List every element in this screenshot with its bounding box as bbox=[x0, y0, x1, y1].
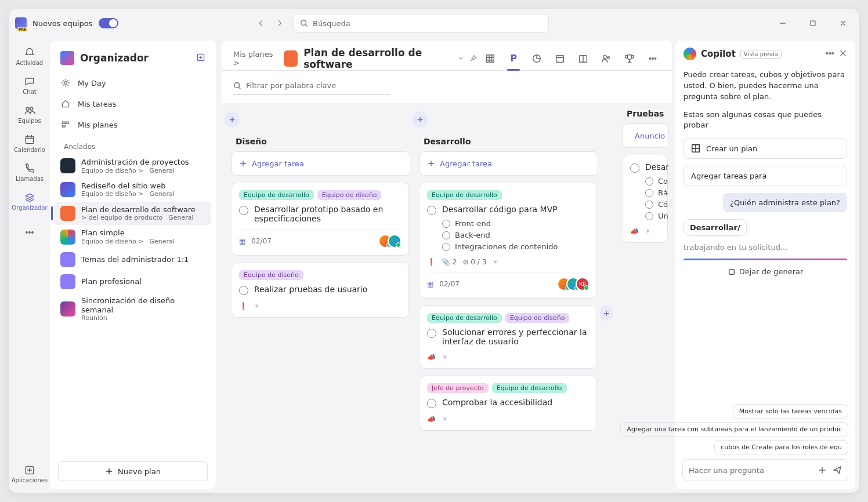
planner-sidebar: Organizador My Day Mis tareas Mis planes… bbox=[50, 41, 216, 489]
send-icon[interactable] bbox=[833, 465, 842, 475]
rail-chat[interactable]: Chat bbox=[13, 72, 46, 99]
pinned-plan[interactable]: Plan profesional bbox=[55, 271, 211, 293]
add-before-button[interactable]: + bbox=[600, 305, 613, 321]
pinned-plan[interactable]: Sincronización de diseño semanal Reunión bbox=[55, 293, 211, 325]
rail-more[interactable] bbox=[13, 219, 46, 246]
plan-color-icon bbox=[60, 206, 75, 221]
copilot-close-button[interactable] bbox=[839, 49, 847, 59]
complete-toggle[interactable] bbox=[427, 206, 436, 215]
plus-icon bbox=[239, 159, 247, 168]
view-schedule[interactable] bbox=[552, 46, 567, 71]
complete-toggle[interactable] bbox=[239, 206, 248, 215]
view-goals[interactable] bbox=[622, 46, 637, 71]
add-task-button[interactable]: Agregar tarea bbox=[420, 152, 598, 175]
pinned-plan[interactable]: Plan de desarrollo de software > del equ… bbox=[55, 202, 211, 225]
add-before-button[interactable]: + bbox=[224, 111, 240, 128]
pinned-plan[interactable]: Rediseño del sitio web Equipo de diseño … bbox=[55, 178, 211, 202]
maximize-button[interactable] bbox=[803, 15, 823, 31]
task-card[interactable]: Equipo de desarrolloEquipo de diseñoDesa… bbox=[232, 183, 408, 255]
complete-toggle[interactable] bbox=[645, 201, 653, 209]
add-task-button[interactable]: Anuncio bbox=[623, 124, 668, 147]
calendar-icon: ▦ bbox=[239, 237, 245, 245]
nav-my-tasks[interactable]: Mis tareas bbox=[55, 94, 211, 114]
column-title: Diseño bbox=[236, 137, 406, 146]
task-card[interactable]: Equipo de desarrolloEquipo de diseñoSolu… bbox=[420, 306, 596, 368]
complete-toggle[interactable] bbox=[427, 399, 436, 408]
forward-button[interactable] bbox=[272, 15, 288, 31]
priority-icon: ❗ bbox=[239, 302, 248, 310]
pinned-plan[interactable]: Temas del administrador 1:1 bbox=[55, 249, 211, 271]
due-date: 02/07 bbox=[251, 237, 272, 245]
rail-calls[interactable]: Llamadas bbox=[13, 159, 46, 185]
plan-color-icon bbox=[60, 182, 75, 197]
prompt-chip[interactable]: cubos de Create para los roles de equ bbox=[714, 440, 848, 454]
breadcrumb[interactable]: Mis planes > bbox=[233, 50, 276, 67]
add-before-button[interactable]: + bbox=[412, 111, 428, 128]
rail-teams[interactable]: Equipos bbox=[13, 101, 46, 128]
subtask[interactable]: Unidad bbox=[645, 211, 660, 220]
chevron-down-icon[interactable] bbox=[458, 55, 464, 62]
view-board[interactable]: P bbox=[506, 46, 521, 71]
complete-toggle[interactable] bbox=[427, 329, 436, 338]
pinned-title: Sincronización de diseño semanal bbox=[81, 296, 205, 314]
new-plan-button[interactable]: Nuevo plan bbox=[58, 461, 208, 481]
add-task-button[interactable]: Agregar tarea bbox=[232, 152, 410, 175]
view-charts[interactable] bbox=[529, 46, 544, 71]
subtask[interactable]: Con. bbox=[645, 176, 660, 185]
complete-toggle[interactable] bbox=[442, 243, 450, 251]
task-card[interactable]: Desarrollar/Con.BásicaCódigoUnidad📣☀ bbox=[623, 155, 667, 242]
rail-apps[interactable]: Aplicaciones bbox=[13, 460, 46, 487]
view-grid[interactable] bbox=[483, 46, 498, 71]
complete-toggle[interactable] bbox=[630, 163, 639, 173]
new-teams-toggle[interactable] bbox=[99, 18, 118, 28]
stop-generating-button[interactable]: Dejar de generar bbox=[728, 267, 804, 276]
rail-planner[interactable]: Organizador bbox=[13, 188, 46, 214]
checklist-count: ⊘ 0 / 3 bbox=[462, 258, 486, 266]
subtask[interactable]: Back-end bbox=[442, 230, 589, 239]
complete-toggle[interactable] bbox=[645, 189, 653, 197]
pinned-plan[interactable]: Administración de proyectos Equipo de di… bbox=[55, 154, 211, 178]
back-button[interactable] bbox=[253, 15, 269, 31]
svg-point-21 bbox=[652, 57, 654, 59]
svg-rect-1 bbox=[811, 21, 815, 26]
subtask[interactable]: Código bbox=[645, 199, 660, 209]
complete-toggle[interactable] bbox=[442, 231, 450, 239]
pinned-plan[interactable]: Plan simple Equipo de diseño >General bbox=[55, 225, 211, 249]
svg-point-25 bbox=[829, 52, 831, 54]
nav-my-plans[interactable]: Mis planes bbox=[55, 115, 211, 134]
copilot-input[interactable]: Hacer una pregunta bbox=[682, 459, 848, 481]
copilot-more-button[interactable] bbox=[825, 49, 834, 60]
svg-rect-12 bbox=[66, 122, 69, 123]
tag: Equipo de diseño bbox=[317, 190, 382, 200]
view-people[interactable] bbox=[599, 46, 614, 71]
prompt-chip[interactable]: Mostrar solo las tareas vencidas bbox=[733, 404, 848, 419]
suggestion-create-plan[interactable]: Crear un plan bbox=[683, 138, 847, 159]
task-title: Desarrollar/ bbox=[645, 162, 668, 172]
task-card[interactable]: Equipo de diseñoRealizar pruebas de usua… bbox=[232, 263, 408, 317]
nav-my-day[interactable]: My Day bbox=[55, 73, 211, 93]
svg-point-18 bbox=[603, 55, 606, 58]
rail-calendar[interactable]: Calendario bbox=[13, 130, 46, 157]
suggestion-add-tasks[interactable]: Agregar tareas para bbox=[683, 166, 847, 186]
svg-point-24 bbox=[826, 52, 828, 54]
subtask[interactable]: Front-end bbox=[442, 219, 589, 228]
prompt-chip[interactable]: Agregar una tarea con subtareas para el … bbox=[620, 422, 848, 436]
plus-icon[interactable] bbox=[818, 465, 827, 475]
task-card[interactable]: Jefe de proyectoEquipo de desarrolloComp… bbox=[420, 376, 596, 430]
view-timeline[interactable] bbox=[576, 46, 591, 71]
complete-toggle[interactable] bbox=[645, 212, 653, 220]
view-more[interactable] bbox=[645, 46, 660, 71]
new-tab-button[interactable] bbox=[196, 53, 205, 64]
search-input[interactable]: Búsqueda bbox=[294, 14, 549, 32]
filter-input[interactable]: Filtrar por palabra clave bbox=[233, 77, 390, 95]
complete-toggle[interactable] bbox=[239, 286, 248, 295]
subtask[interactable]: Integraciones de contenido bbox=[442, 242, 589, 251]
minimize-button[interactable] bbox=[773, 15, 793, 31]
complete-toggle[interactable] bbox=[442, 220, 450, 228]
task-card[interactable]: Equipo de desarrolloDesarrollar código p… bbox=[420, 183, 596, 298]
subtask[interactable]: Básica bbox=[645, 188, 660, 197]
pin-icon[interactable] bbox=[470, 54, 477, 63]
complete-toggle[interactable] bbox=[645, 177, 653, 185]
rail-activity[interactable]: Actividad bbox=[13, 43, 46, 70]
close-button[interactable] bbox=[833, 15, 853, 31]
